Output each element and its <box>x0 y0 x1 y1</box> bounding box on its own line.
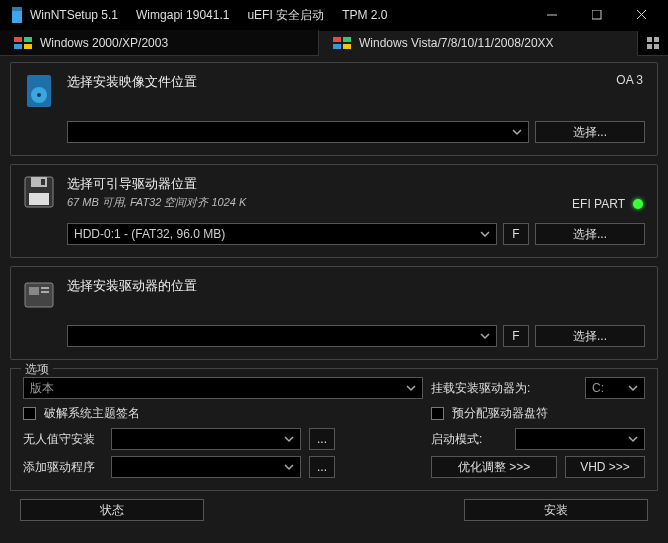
svg-rect-27 <box>41 287 49 289</box>
chevron-down-icon <box>404 381 418 398</box>
titlebar: WinNTSetup 5.1 Wimgapi 19041.1 uEFI 安全启动… <box>0 0 668 30</box>
status-button[interactable]: 状态 <box>20 499 204 521</box>
install-drive-title: 选择安装驱动器的位置 <box>67 277 197 295</box>
svg-rect-13 <box>343 44 351 49</box>
tab-menu-button[interactable] <box>638 30 668 55</box>
maximize-button[interactable] <box>574 0 619 30</box>
uefi-label: uEFI 安全启动 <box>247 7 324 24</box>
boot-mode-select[interactable] <box>515 428 645 450</box>
mount-label: 挂载安装驱动器为: <box>431 380 530 397</box>
image-location-group: 选择安装映像文件位置 OA 3 选择... <box>10 62 658 156</box>
add-driver-select[interactable] <box>111 456 301 478</box>
version-placeholder: 版本 <box>30 380 54 397</box>
svg-rect-24 <box>29 193 49 205</box>
tab-bar: Windows 2000/XP/2003 Windows Vista/7/8/1… <box>0 30 668 56</box>
options-legend: 选项 <box>21 361 53 378</box>
boot-drive-combo[interactable]: HDD-0:1 - (FAT32, 96.0 MB) <box>67 223 497 245</box>
windows-flag-icon <box>14 37 32 49</box>
windows-flag-icon <box>333 37 351 49</box>
svg-rect-6 <box>14 37 22 42</box>
boot-drive-title: 选择可引导驱动器位置 <box>67 175 246 193</box>
app-title: WinNTSetup 5.1 <box>30 8 118 22</box>
svg-rect-3 <box>592 10 601 19</box>
image-path-combo[interactable] <box>67 121 529 143</box>
svg-rect-12 <box>333 44 341 49</box>
image-location-title: 选择安装映像文件位置 <box>67 73 197 91</box>
unattended-browse-button[interactable]: ... <box>309 428 335 450</box>
svg-rect-28 <box>41 291 49 293</box>
tab-modern-label: Windows Vista/7/8/10/11/2008/20XX <box>359 36 554 50</box>
install-drive-icon <box>23 277 55 313</box>
wimgapi-label: Wimgapi 19041.1 <box>136 8 229 22</box>
image-select-button[interactable]: 选择... <box>535 121 645 143</box>
boot-drive-group: 选择可引导驱动器位置 67 MB 可用, FAT32 空间对齐 1024 K E… <box>10 164 658 258</box>
chevron-down-icon <box>282 432 296 449</box>
boot-drive-value: HDD-0:1 - (FAT32, 96.0 MB) <box>74 227 225 241</box>
options-group: 选项 版本 挂载安装驱动器为: C: <box>10 368 658 491</box>
app-icon <box>10 7 24 23</box>
tab-legacy[interactable]: Windows 2000/XP/2003 <box>0 30 319 55</box>
chevron-down-icon <box>478 329 492 346</box>
floppy-icon <box>23 175 55 211</box>
boot-format-button[interactable]: F <box>503 223 529 245</box>
svg-rect-10 <box>333 37 341 42</box>
svg-rect-9 <box>24 44 32 49</box>
install-drive-combo[interactable] <box>67 325 497 347</box>
chevron-down-icon <box>626 432 640 449</box>
footer: 状态 安装 <box>10 499 658 531</box>
add-driver-browse-button[interactable]: ... <box>309 456 335 478</box>
disc-box-icon <box>23 73 55 109</box>
svg-rect-7 <box>24 37 32 42</box>
install-drive-group: 选择安装驱动器的位置 F 选择... <box>10 266 658 360</box>
svg-rect-26 <box>29 287 39 295</box>
boot-select-button[interactable]: 选择... <box>535 223 645 245</box>
chevron-down-icon <box>626 381 640 398</box>
prealloc-checkbox[interactable] <box>431 407 444 420</box>
tune-button[interactable]: 优化调整 >>> <box>431 456 557 478</box>
tab-modern[interactable]: Windows Vista/7/8/10/11/2008/20XX <box>319 31 638 56</box>
oa3-badge: OA 3 <box>616 73 643 87</box>
crack-theme-checkbox[interactable] <box>23 407 36 420</box>
mount-letter-select[interactable]: C: <box>585 377 645 399</box>
efi-part-badge: EFI PART <box>572 197 625 211</box>
vhd-button[interactable]: VHD >>> <box>565 456 645 478</box>
tab-legacy-label: Windows 2000/XP/2003 <box>40 36 168 50</box>
svg-rect-16 <box>647 44 652 49</box>
boot-mode-label: 启动模式: <box>431 431 482 448</box>
status-led-icon <box>633 199 643 209</box>
unattended-select[interactable] <box>111 428 301 450</box>
install-button[interactable]: 安装 <box>464 499 648 521</box>
install-select-button[interactable]: 选择... <box>535 325 645 347</box>
install-format-button[interactable]: F <box>503 325 529 347</box>
svg-rect-14 <box>647 37 652 42</box>
svg-rect-15 <box>654 37 659 42</box>
svg-rect-8 <box>14 44 22 49</box>
close-button[interactable] <box>619 0 664 30</box>
mount-value: C: <box>592 381 604 395</box>
crack-theme-label: 破解系统主题签名 <box>44 405 140 422</box>
svg-rect-17 <box>654 44 659 49</box>
version-select[interactable]: 版本 <box>23 377 423 399</box>
svg-rect-23 <box>41 179 45 185</box>
unattended-label: 无人值守安装 <box>23 431 103 448</box>
svg-rect-11 <box>343 37 351 42</box>
tpm-label: TPM 2.0 <box>342 8 387 22</box>
minimize-button[interactable] <box>529 0 574 30</box>
chevron-down-icon <box>510 125 524 142</box>
prealloc-label: 预分配驱动器盘符 <box>452 405 548 422</box>
svg-rect-1 <box>12 7 22 11</box>
svg-point-20 <box>37 93 41 97</box>
add-driver-label: 添加驱动程序 <box>23 459 103 476</box>
boot-drive-sub: 67 MB 可用, FAT32 空间对齐 1024 K <box>67 195 246 210</box>
chevron-down-icon <box>282 460 296 477</box>
chevron-down-icon <box>478 227 492 244</box>
